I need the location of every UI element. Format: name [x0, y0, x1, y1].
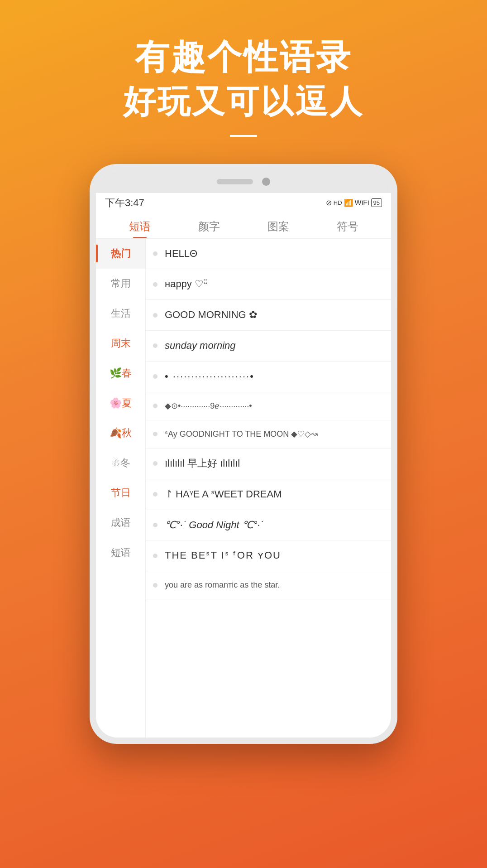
list-item-goodnight-moon[interactable]: ˢAy GOODNIGHT TO THE MOON ◆♡◇↝	[146, 420, 391, 448]
sidebar-item-summer[interactable]: 🌸夏	[96, 388, 145, 418]
item-text: sunday morning	[165, 339, 236, 353]
bullet-icon	[153, 461, 158, 466]
camera-dot	[262, 178, 270, 186]
status-time: 下午3:47	[105, 196, 144, 210]
hero-section: 有趣个性语录 好玩又可以逗人	[123, 36, 364, 137]
sidebar-item-phrase[interactable]: 短语	[96, 538, 145, 568]
item-text: ℃°·˙ Good Night ℃°·˙	[165, 518, 263, 532]
hero-divider	[230, 135, 257, 137]
sidebar-item-weekend[interactable]: 周末	[96, 328, 145, 358]
hd-icon: HD	[334, 199, 342, 206]
bullet-icon	[153, 492, 158, 497]
bullet-icon	[153, 432, 158, 436]
list-item[interactable]: THE BEˢT Iˢ ᶠOR ʏOU	[146, 540, 391, 571]
bullet-icon	[153, 282, 158, 287]
bullet-icon	[153, 583, 158, 588]
battery-icon: 95	[371, 198, 382, 207]
bullet-icon	[153, 554, 158, 558]
sidebar-item-idiom[interactable]: 成语	[96, 508, 145, 538]
item-text: HELLΘ	[165, 247, 197, 261]
bullet-icon	[153, 251, 158, 256]
bullet-icon	[153, 374, 158, 379]
item-text: GOOD MORNING ✿	[165, 308, 257, 322]
item-text: ◆⊙•·············9ℯ·············•	[165, 400, 252, 412]
phone-screen: 下午3:47 ⊘ HD 📶 WiFi 95 短语 颜字 图案 符号	[96, 170, 391, 738]
bullet-icon	[153, 313, 158, 318]
list-item[interactable]: нappy ♡ᵕ̈	[146, 269, 391, 300]
sidebar-item-winter[interactable]: ☃冬	[96, 448, 145, 478]
list-area: HELLΘ нappy ♡ᵕ̈ GOOD MORNING ✿ sunday mo…	[146, 239, 391, 738]
item-text: ˢAy GOODNIGHT TO THE MOON ◆♡◇↝	[165, 429, 318, 440]
item-text: THE BEˢT Iˢ ᶠOR ʏOU	[165, 549, 281, 563]
item-text: • ·····················•	[165, 370, 254, 384]
item-text: нappy ♡ᵕ̈	[165, 277, 208, 291]
tab-symbol[interactable]: 符号	[313, 213, 382, 238]
sidebar-item-spring[interactable]: 🌿春	[96, 358, 145, 388]
list-item[interactable]: ◆⊙•·············9ℯ·············•	[146, 392, 391, 420]
hero-line2: 好玩又可以逗人	[123, 82, 364, 121]
item-text: you are as romanтic as the star.	[165, 579, 280, 591]
tab-pattern[interactable]: 图案	[244, 213, 313, 238]
tab-short-phrase[interactable]: 短语	[105, 213, 174, 238]
list-item[interactable]: ılılılıl 早上好 ılılılıl	[146, 448, 391, 479]
content-area: 热门 常用 生活 周末 🌿春 🌸夏 🍂秋 ☃冬 节日 成语 短语 HELLΘ	[96, 239, 391, 738]
phone-mockup: 下午3:47 ⊘ HD 📶 WiFi 95 短语 颜字 图案 符号	[90, 164, 397, 744]
list-item-sunday-morning[interactable]: sunday morning	[146, 331, 391, 362]
status-bar: 下午3:47 ⊘ HD 📶 WiFi 95	[96, 193, 391, 213]
phone-top-bar	[96, 170, 391, 193]
sidebar-item-common[interactable]: 常用	[96, 269, 145, 299]
tab-color-text[interactable]: 颜字	[174, 213, 244, 238]
sidebar-item-life[interactable]: 生活	[96, 299, 145, 328]
list-item[interactable]: HELLΘ	[146, 239, 391, 270]
list-item[interactable]: ℃°·˙ Good Night ℃°·˙	[146, 510, 391, 541]
status-icons: ⊘ HD 📶 WiFi 95	[326, 198, 382, 207]
sidebar-item-hot[interactable]: 热门	[96, 239, 145, 269]
signal-bars: 📶	[344, 198, 353, 207]
sidebar: 热门 常用 生活 周末 🌿春 🌸夏 🍂秋 ☃冬 节日 成语 短语	[96, 239, 146, 738]
wifi-icon: WiFi	[355, 199, 369, 207]
item-text: ılılılıl 早上好 ılılılıl	[165, 457, 240, 471]
item-text: ↾ HAᵞE A ˢWEET DREAM	[165, 487, 282, 502]
list-item[interactable]: ↾ HAᵞE A ˢWEET DREAM	[146, 479, 391, 510]
tabs-bar: 短语 颜字 图案 符号	[96, 213, 391, 239]
speaker-slot	[217, 179, 253, 184]
signal-icon: ⊘	[326, 198, 332, 207]
bullet-icon	[153, 343, 158, 348]
bullet-icon	[153, 404, 158, 408]
sidebar-item-autumn[interactable]: 🍂秋	[96, 418, 145, 448]
bullet-icon	[153, 523, 158, 527]
list-item[interactable]: you are as romanтic as the star.	[146, 571, 391, 599]
sidebar-item-holiday[interactable]: 节日	[96, 478, 145, 508]
hero-line1: 有趣个性语录	[123, 36, 364, 77]
list-item[interactable]: • ·····················•	[146, 362, 391, 392]
list-item[interactable]: GOOD MORNING ✿	[146, 300, 391, 331]
